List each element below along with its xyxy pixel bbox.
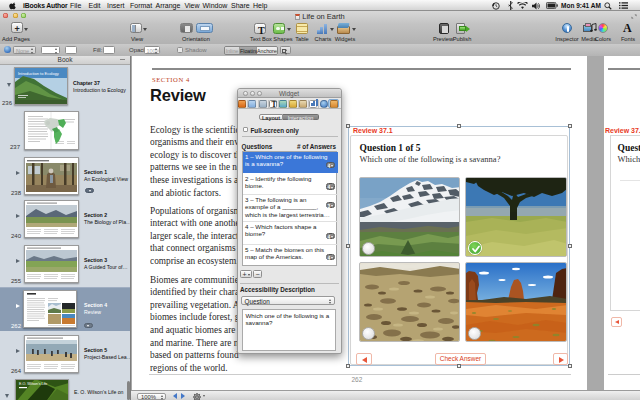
svg-text:Introduction to Ecology: Introduction to Ecology — [18, 71, 59, 76]
svg-text:E.O. Wilson’s Life: E.O. Wilson’s Life — [19, 382, 47, 386]
